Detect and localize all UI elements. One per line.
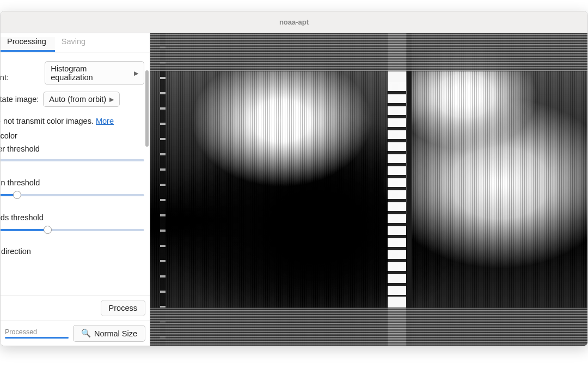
normal-size-button[interactable]: 🔍 Normal Size [73, 325, 145, 342]
help-text: NOAA satellites do not transmit color im… [1, 117, 96, 125]
normal-size-label: Normal Size [94, 329, 137, 338]
tab-saving[interactable]: Saving [55, 37, 94, 52]
contrast-label: Contrast adjustment: [1, 64, 40, 82]
noise-band-top [150, 33, 587, 71]
processing-panel: Contrast adjustment: Histogram equalizat… [1, 52, 150, 295]
process-button[interactable]: Process [101, 300, 145, 316]
vegetation-slider[interactable] [1, 188, 144, 201]
rotate-row: Rotate image: Auto (from orbit) ▶ [1, 92, 144, 107]
telemetry-wedges [388, 82, 406, 297]
status-text: Processed [5, 328, 69, 336]
image-viewport[interactable] [150, 33, 587, 346]
clouds-slider-block: Clouds threshold [1, 213, 144, 236]
clouds-label: Clouds threshold [1, 213, 144, 222]
slider-thumb[interactable] [44, 226, 52, 234]
window-title: noaa-apt [279, 18, 309, 26]
vegetation-slider-block: Vegetation threshold [1, 178, 144, 201]
telemetry-gap [407, 33, 412, 346]
clouds-slider[interactable] [1, 223, 144, 236]
rotate-value: Auto (from orbit) [49, 95, 106, 104]
contrast-row: Contrast adjustment: Histogram equalizat… [1, 61, 144, 85]
water-threshold-label: Water threshold [1, 144, 144, 153]
scrollbar-thumb[interactable] [145, 70, 149, 147]
process-footer: Process [1, 295, 150, 321]
tab-processing[interactable]: Processing [1, 37, 55, 52]
rotate-label: Rotate image: [1, 95, 39, 104]
vegetation-label: Vegetation threshold [1, 178, 144, 187]
rotate-dropdown[interactable]: Auto (from orbit) ▶ [43, 92, 120, 107]
contrast-dropdown[interactable]: Histogram equalization ▶ [45, 61, 144, 85]
app-window: noaa-apt Processing Saving Contrast adju… [0, 11, 588, 346]
water-threshold-slider[interactable] [1, 153, 144, 166]
tabs: Processing Saving [1, 33, 150, 52]
status-footer: Processed 🔍 Normal Size [1, 321, 150, 346]
more-link[interactable]: More [96, 117, 114, 125]
magnifier-icon: 🔍 [81, 329, 91, 338]
chevron-right-icon: ▶ [109, 96, 114, 103]
progress: Processed [5, 328, 69, 339]
false-color-help: NOAA satellites do not transmit color im… [1, 116, 144, 127]
sidebar-scrollbar[interactable] [144, 54, 150, 174]
satellite-image [150, 33, 587, 346]
titlebar[interactable]: noaa-apt [1, 11, 587, 33]
overlay-section-label: Map overlay / direction [1, 247, 144, 256]
noise-band-bottom [150, 307, 587, 346]
sync-ticks-left [160, 33, 166, 346]
chevron-right-icon: ▶ [134, 70, 138, 77]
sidebar: Processing Saving Contrast adjustment: H… [1, 33, 150, 346]
slider-thumb[interactable] [13, 191, 21, 199]
progress-bar [5, 337, 69, 339]
window-body: Processing Saving Contrast adjustment: H… [1, 33, 587, 346]
contrast-value: Histogram equalization [51, 64, 131, 82]
false-color-option[interactable]: False color [1, 131, 144, 140]
